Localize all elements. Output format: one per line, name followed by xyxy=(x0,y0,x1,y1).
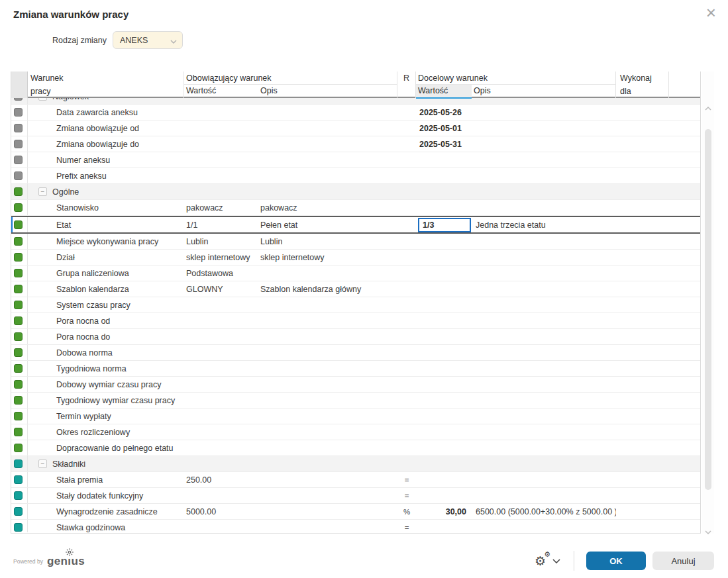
status-checkbox[interactable] xyxy=(14,203,23,212)
chevron-down-icon xyxy=(170,34,177,46)
status-checkbox[interactable] xyxy=(14,380,23,389)
column-header-wykonaj-dla[interactable]: Wykonaj dla xyxy=(616,72,669,98)
status-checkbox[interactable] xyxy=(14,332,23,341)
status-checkbox[interactable] xyxy=(14,316,23,325)
group-row[interactable]: −Składniki xyxy=(11,456,700,472)
status-checkbox[interactable] xyxy=(14,301,23,309)
ok-button[interactable]: OK xyxy=(586,552,646,570)
column-header-warunek-pracy[interactable]: Warunek pracy xyxy=(28,72,184,98)
status-checkbox[interactable] xyxy=(14,364,23,373)
status-checkbox[interactable] xyxy=(14,428,23,436)
relation-operator xyxy=(397,250,416,265)
table-row[interactable]: Działsklep internetowysklep internetowy xyxy=(11,250,700,265)
column-header-obowiazujacy-wartosc[interactable]: Wartość xyxy=(184,85,258,98)
status-checkbox[interactable] xyxy=(14,507,23,516)
row-label: Dobowa norma xyxy=(56,348,113,358)
table-row[interactable]: Data zawarcia aneksu2025-05-26 xyxy=(11,105,700,120)
row-label: Tygodniowa norma xyxy=(56,364,127,373)
table-row[interactable]: Numer aneksu xyxy=(11,152,700,168)
table-row[interactable]: Zmiana obowiązuje od2025-05-01 xyxy=(11,120,700,136)
current-desc xyxy=(258,488,397,503)
table-row[interactable]: Stały dodatek funkcyjny= xyxy=(11,488,700,504)
column-header-r[interactable]: R xyxy=(397,72,416,98)
row-empty-cell xyxy=(669,504,700,519)
scroll-down-icon[interactable] xyxy=(704,526,712,531)
vertical-scrollbar[interactable] xyxy=(702,72,714,534)
column-header-checkbox[interactable] xyxy=(11,72,28,98)
table-row[interactable]: Szablon kalendarzaGLOWNYSzablon kalendar… xyxy=(11,281,700,297)
column-header-docelowy-wartosc[interactable]: Wartość xyxy=(416,85,472,99)
group-row[interactable]: −Ogólne xyxy=(11,184,700,200)
status-checkbox[interactable] xyxy=(14,124,23,132)
table-row[interactable]: Zmiana obowiązuje do2025-05-31 xyxy=(11,136,700,152)
chevron-down-icon[interactable] xyxy=(552,559,560,563)
status-checkbox[interactable] xyxy=(14,459,23,468)
table-row[interactable]: Prefix aneksu xyxy=(11,168,700,184)
status-checkbox[interactable] xyxy=(14,220,23,229)
relation-operator xyxy=(397,98,416,104)
column-header-empty xyxy=(669,72,701,98)
column-header-obowiazujacy-opis[interactable]: Opis xyxy=(258,85,397,98)
cell-editor-input[interactable]: 1/3 xyxy=(418,218,471,232)
status-checkbox[interactable] xyxy=(14,108,23,117)
status-checkbox[interactable] xyxy=(14,156,23,164)
table-row[interactable]: Miejsce wykonywania pracyLublinLublin xyxy=(11,234,700,250)
table-row[interactable]: Etat1/1Pełen etat1/3Jedna trzecia etatu xyxy=(11,216,700,234)
relation-operator xyxy=(397,329,416,344)
table-row[interactable]: Stała premia250.00= xyxy=(11,472,700,488)
column-group-obowiazujacy[interactable]: Obowiązujący warunek Wartość Opis xyxy=(184,72,397,98)
target-desc xyxy=(472,472,616,487)
status-checkbox[interactable] xyxy=(14,475,23,484)
status-checkbox[interactable] xyxy=(14,253,23,262)
status-checkbox[interactable] xyxy=(14,491,23,500)
relation-operator xyxy=(397,409,416,424)
current-value xyxy=(184,456,258,471)
relation-operator: = xyxy=(397,488,416,503)
current-value: 1/1 xyxy=(184,217,258,232)
scroll-up-icon[interactable] xyxy=(704,102,712,107)
scrollbar-thumb[interactable] xyxy=(705,129,711,490)
table-row[interactable]: System czasu pracy xyxy=(11,297,700,313)
settings-gear-icon[interactable]: ⚙⚙ xyxy=(535,555,546,567)
row-empty-cell xyxy=(669,152,700,168)
table-row[interactable]: Dopracowanie do pełnego etatu xyxy=(11,440,700,456)
close-icon[interactable]: × xyxy=(706,4,716,21)
table-row[interactable]: Termin wypłaty xyxy=(11,409,700,424)
collapse-icon[interactable]: − xyxy=(38,459,47,468)
status-checkbox[interactable] xyxy=(14,348,23,357)
table-row[interactable]: Stanowiskopakowaczpakowacz xyxy=(11,200,700,216)
row-empty-cell xyxy=(669,393,700,408)
collapse-icon[interactable]: − xyxy=(38,98,47,101)
status-checkbox[interactable] xyxy=(14,269,23,277)
table-row[interactable]: Pora nocna do xyxy=(11,329,700,345)
status-checkbox[interactable] xyxy=(14,98,23,101)
status-checkbox[interactable] xyxy=(14,412,23,420)
table-row[interactable]: Grupa naliczeniowaPodstawowa xyxy=(11,265,700,281)
cancel-button[interactable]: Anuluj xyxy=(652,552,714,570)
status-checkbox[interactable] xyxy=(14,171,23,180)
status-checkbox[interactable] xyxy=(14,187,23,196)
table-row[interactable]: Pora nocna od xyxy=(11,313,700,329)
status-checkbox[interactable] xyxy=(14,396,23,405)
current-value: pakowacz xyxy=(184,200,258,215)
column-header-docelowy-opis[interactable]: Opis xyxy=(472,85,616,99)
table-row[interactable]: Stawka godzinowa= xyxy=(11,520,700,532)
table-row[interactable]: Dobowa norma xyxy=(11,345,700,361)
change-type-select[interactable]: ANEKS xyxy=(113,31,183,49)
status-checkbox[interactable] xyxy=(14,523,23,532)
status-checkbox[interactable] xyxy=(14,444,23,452)
table-row[interactable]: Dobowy wymiar czasu pracy xyxy=(11,377,700,393)
status-checkbox[interactable] xyxy=(14,140,23,148)
table-row[interactable]: Okres rozliczeniowy xyxy=(11,424,700,440)
status-checkbox[interactable] xyxy=(14,285,23,293)
collapse-icon[interactable]: − xyxy=(38,187,47,196)
target-desc: 6500.00 (5000.00+30.00% z 5000.00 ) xyxy=(472,504,616,519)
table-row[interactable]: Tygodniowy wymiar czasu pracy xyxy=(11,393,700,409)
current-value xyxy=(184,120,258,136)
group-row[interactable]: −Nagłówek xyxy=(11,98,700,105)
table-row[interactable]: Tygodniowa norma xyxy=(11,361,700,377)
table-row[interactable]: Wynagrodzenie zasadnicze5000.00%30,00650… xyxy=(11,504,700,520)
status-checkbox[interactable] xyxy=(14,237,23,246)
column-group-docelowy[interactable]: Docelowy warunek Wartość Opis xyxy=(416,72,616,98)
row-label: Wynagrodzenie zasadnicze xyxy=(56,507,158,516)
